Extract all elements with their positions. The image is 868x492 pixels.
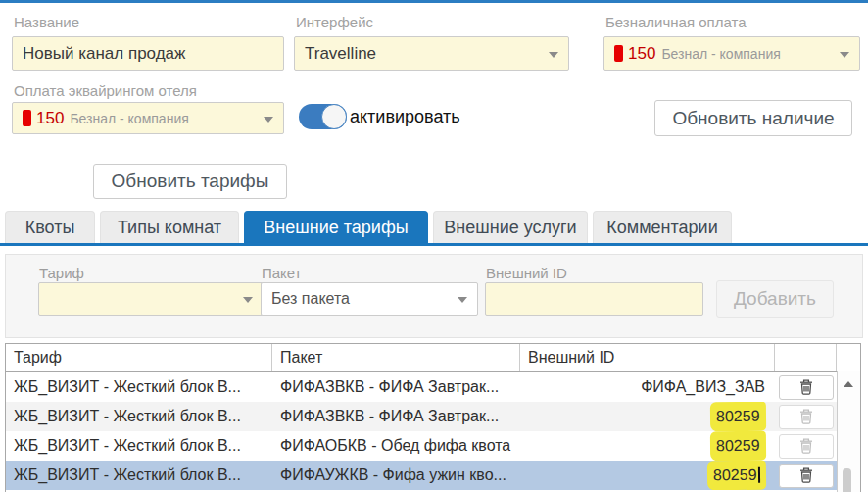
activate-toggle[interactable] xyxy=(299,104,347,129)
column-header-scroll-spacer xyxy=(837,344,860,371)
package-filter-value: Без пакета xyxy=(271,290,350,308)
table-row[interactable]: ЖБ_ВИЗИТ - Жесткий блок В... ФИФАЗВКВ - … xyxy=(6,372,860,402)
cell-package: ФИФАОБКВ - Обед фифа квота xyxy=(272,431,520,461)
table-row[interactable]: ЖБ_ВИЗИТ - Жесткий блок В... ФИФАУЖКВ - … xyxy=(6,461,860,490)
acquiring-code: 150 xyxy=(36,109,64,128)
delete-row-button[interactable] xyxy=(779,375,834,400)
external-tariffs-table: Тариф Пакет Внешний ID ЖБ_ВИЗИТ - Жестки… xyxy=(5,343,861,492)
cashless-select[interactable]: 150 Безнал - компания xyxy=(603,36,860,71)
acquiring-select[interactable]: 150 Безнал - компания xyxy=(12,102,284,134)
chevron-down-icon xyxy=(243,297,253,303)
interface-select-value: Travelline xyxy=(305,44,376,64)
chevron-down-icon xyxy=(458,297,467,303)
cell-package: ФИФАЗВКВ - ФИФА Завтрак... xyxy=(272,372,520,402)
cell-external-id: ФИФА_ВИЗ_ЗАВ xyxy=(520,372,775,402)
external-id-input[interactable] xyxy=(485,282,703,316)
table-row[interactable]: ЖБ_ВИЗИТ - Жесткий блок В... ФИФАЗВКВ - … xyxy=(6,402,860,431)
cell-tariff: ЖБ_ВИЗИТ - Жесткий блок В... xyxy=(6,461,272,490)
cell-package: ФИФАЗВКВ - ФИФА Завтрак... xyxy=(272,402,520,431)
name-input[interactable]: Новый канал продаж xyxy=(12,36,284,71)
tab-external-services[interactable]: Внешние услуги xyxy=(433,211,588,243)
tariff-filter-label: Тариф xyxy=(39,265,84,281)
name-input-value: Новый канал продаж xyxy=(23,44,185,64)
tab-room-types[interactable]: Типы комнат xyxy=(100,211,239,243)
top-accent-line xyxy=(0,0,868,3)
cell-actions xyxy=(775,402,837,431)
delete-row-button[interactable] xyxy=(779,434,834,459)
package-filter-select[interactable]: Без пакета xyxy=(261,282,478,316)
cell-actions xyxy=(775,372,837,402)
column-header-tariff: Тариф xyxy=(6,344,272,371)
external-id-filter-label: Внешний ID xyxy=(486,265,567,281)
text-cursor xyxy=(757,467,759,483)
cashless-text: Безнал - компания xyxy=(661,46,780,62)
update-tariffs-button[interactable]: Обновить тарифы xyxy=(93,164,287,199)
table-row[interactable]: ЖБ_ВИЗИТ - Жесткий блок В... ФИФАОБКВ - … xyxy=(6,431,860,461)
trash-icon xyxy=(799,409,813,424)
acquiring-field-label: Оплата эквайрингом отеля xyxy=(14,82,197,99)
toggle-knob xyxy=(321,104,347,129)
cell-external-id: 80259 xyxy=(520,431,775,461)
red-payment-badge-icon xyxy=(614,45,623,62)
cell-external-id: 80259 xyxy=(520,402,775,431)
column-header-actions xyxy=(775,344,837,371)
tariff-filter-select[interactable] xyxy=(38,282,264,316)
cell-actions xyxy=(775,461,837,490)
column-header-external-id: Внешний ID xyxy=(520,344,775,371)
filter-panel: Тариф Пакет Без пакета Внешний ID Добави… xyxy=(5,254,863,338)
cashless-code: 150 xyxy=(628,44,655,64)
tab-quotas[interactable]: Квоты xyxy=(5,211,95,243)
delete-row-button[interactable] xyxy=(779,464,834,488)
tab-external-tariffs[interactable]: Внешние тарифы xyxy=(244,211,428,243)
update-availability-button[interactable]: Обновить наличие xyxy=(654,100,852,136)
chevron-down-icon xyxy=(549,52,558,58)
active-tab-underline xyxy=(0,243,868,246)
delete-row-button[interactable] xyxy=(779,405,834,429)
cell-tariff: ЖБ_ВИЗИТ - Жесткий блок В... xyxy=(6,372,272,402)
tab-comments[interactable]: Комментарии xyxy=(593,211,732,243)
scroll-up-arrow-icon[interactable] xyxy=(844,381,853,387)
table-scrollbar[interactable] xyxy=(837,371,860,492)
table-body: ЖБ_ВИЗИТ - Жесткий блок В... ФИФАЗВКВ - … xyxy=(6,372,860,492)
table-header: Тариф Пакет Внешний ID xyxy=(6,344,860,372)
cashless-field-label: Безналичная оплата xyxy=(605,14,747,30)
channel-settings-screen: Название Новый канал продаж Интерфейс Tr… xyxy=(0,0,868,492)
package-filter-label: Пакет xyxy=(262,265,302,281)
name-field-label: Название xyxy=(14,14,79,30)
trash-icon xyxy=(799,438,813,454)
red-payment-badge-icon xyxy=(23,110,31,126)
interface-select[interactable]: Travelline xyxy=(294,36,569,71)
trash-icon xyxy=(799,379,813,395)
chevron-down-icon xyxy=(840,52,849,58)
external-id-value: 80259 xyxy=(709,402,765,431)
cell-package: ФИФАУЖКВ - Фифа ужин кво... xyxy=(272,461,520,490)
external-id-value: ФИФА_ВИЗ_ЗАВ xyxy=(641,378,765,395)
chevron-down-icon xyxy=(264,117,273,123)
external-id-value: 80259 xyxy=(709,431,765,461)
scrollbar-thumb[interactable] xyxy=(843,468,851,492)
cell-external-id: 80259 xyxy=(520,461,775,490)
cell-tariff: ЖБ_ВИЗИТ - Жесткий блок В... xyxy=(6,431,272,461)
acquiring-text: Безнал - компания xyxy=(70,111,188,126)
interface-field-label: Интерфейс xyxy=(296,14,373,30)
trash-icon xyxy=(799,467,813,483)
column-header-package: Пакет xyxy=(272,344,520,371)
cell-tariff: ЖБ_ВИЗИТ - Жесткий блок В... xyxy=(6,402,272,431)
external-id-value: 80259 xyxy=(706,461,765,490)
add-button[interactable]: Добавить xyxy=(716,280,834,318)
activate-toggle-label: активировать xyxy=(350,107,460,127)
cell-actions xyxy=(775,431,837,461)
